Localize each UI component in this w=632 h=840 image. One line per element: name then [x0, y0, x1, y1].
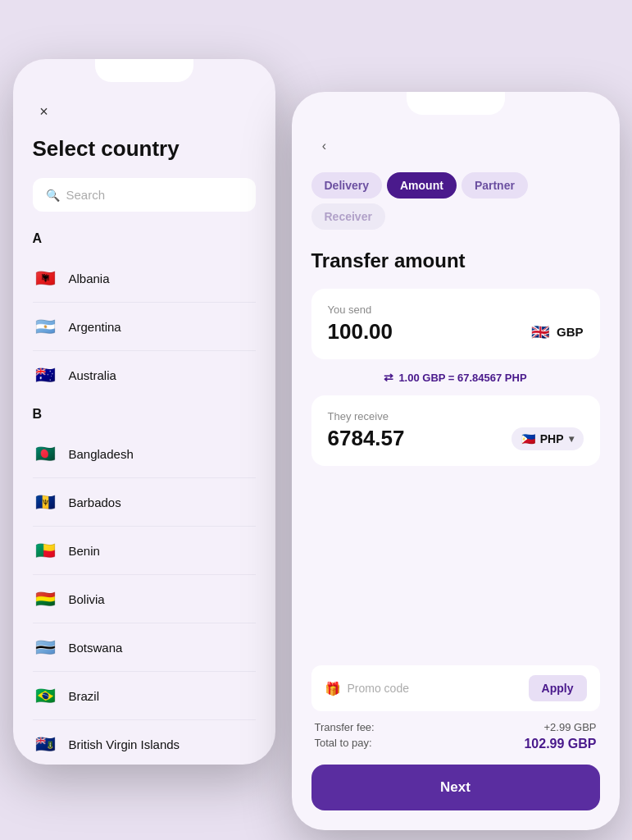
tab-bar: Delivery Amount Partner Receiver — [311, 172, 600, 230]
promo-input[interactable]: Promo code — [348, 682, 409, 695]
total-label: Total to pay: — [315, 737, 372, 751]
you-send-label: You send — [328, 304, 584, 316]
country-name: Brazil — [69, 689, 100, 703]
country-name: British Virgin Islands — [69, 737, 180, 751]
you-send-card: You send 100.00 🇬🇧 GBP — [311, 289, 600, 359]
apply-button[interactable]: Apply — [529, 675, 587, 701]
back-button[interactable]: ‹ — [311, 133, 338, 159]
phone-select-country: × Select country 🔍 Search A 🇦🇱 Albania 🇦… — [13, 59, 275, 765]
flag-bangladesh: 🇧🇩 — [33, 441, 59, 467]
flag-bolivia: 🇧🇴 — [33, 586, 59, 612]
list-item[interactable]: 🇧🇩 Bangladesh — [33, 430, 256, 478]
section-letter-b: B — [33, 407, 256, 422]
receive-currency-selector[interactable]: 🇵🇭 PHP ▾ — [512, 427, 584, 450]
flag-argentina: 🇦🇷 — [33, 313, 59, 340]
search-input[interactable]: Search — [66, 188, 106, 202]
spacer — [311, 479, 600, 665]
send-currency: 🇬🇧 GBP — [529, 321, 584, 344]
flag-australia: 🇦🇺 — [33, 362, 59, 388]
tab-amount[interactable]: Amount — [387, 172, 457, 199]
country-name: Australia — [69, 368, 116, 382]
flag-brazil: 🇧🇷 — [33, 682, 59, 709]
chevron-down-icon: ▾ — [569, 433, 574, 445]
exchange-icon: ⇄ — [384, 371, 393, 384]
country-name: Barbados — [69, 495, 121, 509]
list-item[interactable]: 🇧🇧 Barbados — [33, 478, 256, 527]
tab-partner[interactable]: Partner — [461, 172, 528, 199]
list-item[interactable]: 🇧🇯 Benin — [33, 527, 256, 575]
fee-row: Transfer fee: +2.99 GBP — [311, 721, 600, 733]
gift-icon: 🎁 — [325, 681, 341, 696]
country-name: Bolivia — [69, 592, 105, 606]
php-flag-icon: 🇵🇭 — [521, 432, 535, 445]
country-name: Albania — [69, 272, 110, 285]
gbp-flag-icon: 🇬🇧 — [529, 321, 552, 344]
search-icon: 🔍 — [46, 189, 60, 202]
section-letter-a: A — [33, 231, 256, 246]
exchange-rate-text: 1.00 GBP = 67.84567 PHP — [398, 372, 526, 384]
fee-label: Transfer fee: — [315, 721, 375, 733]
promo-section: 🎁 Promo code Apply — [311, 665, 600, 711]
select-country-title: Select country — [33, 136, 256, 162]
flag-barbados: 🇧🇧 — [33, 489, 59, 515]
country-list-a: 🇦🇱 Albania 🇦🇷 Argentina 🇦🇺 Australia — [33, 254, 256, 399]
country-name: Bangladesh — [69, 447, 134, 461]
close-button[interactable]: × — [33, 100, 56, 123]
list-item[interactable]: 🇦🇺 Australia — [33, 351, 256, 399]
total-value: 102.99 GBP — [524, 737, 596, 751]
country-name: Argentina — [69, 320, 121, 334]
list-item[interactable]: 🇦🇱 Albania — [33, 254, 256, 303]
flag-albania: 🇦🇱 — [33, 265, 59, 291]
scene: × Select country 🔍 Search A 🇦🇱 Albania 🇦… — [13, 26, 620, 814]
list-item[interactable]: 🇦🇷 Argentina — [33, 303, 256, 351]
exchange-rate-row: ⇄ 1.00 GBP = 67.84567 PHP — [311, 363, 600, 392]
total-row: Total to pay: 102.99 GBP — [311, 737, 600, 751]
list-item[interactable]: 🇧🇷 Brazil — [33, 672, 256, 720]
flag-benin: 🇧🇯 — [33, 537, 59, 564]
flag-bvi: 🇻🇬 — [33, 731, 59, 757]
country-name: Botswana — [69, 641, 123, 655]
fee-value: +2.99 GBP — [544, 721, 597, 733]
next-button[interactable]: Next — [311, 765, 600, 810]
flag-botswana: 🇧🇼 — [33, 634, 59, 660]
search-bar[interactable]: 🔍 Search — [33, 178, 256, 212]
they-receive-card: They receive 6784.57 🇵🇭 PHP ▾ — [311, 395, 600, 466]
transfer-amount-title: Transfer amount — [311, 249, 600, 272]
country-name: Benin — [69, 544, 100, 558]
country-list-b: 🇧🇩 Bangladesh 🇧🇧 Barbados 🇧🇯 Benin 🇧🇴 Bo… — [33, 430, 256, 765]
list-item[interactable]: 🇧🇼 Botswana — [33, 623, 256, 672]
they-receive-amount: 6784.57 — [328, 426, 405, 451]
tab-receiver: Receiver — [311, 203, 385, 230]
they-receive-label: They receive — [328, 410, 584, 422]
list-item[interactable]: 🇻🇬 British Virgin Islands — [33, 720, 256, 765]
list-item[interactable]: 🇧🇴 Bolivia — [33, 575, 256, 623]
tab-delivery[interactable]: Delivery — [311, 172, 382, 199]
you-send-amount: 100.00 — [328, 319, 393, 345]
phone-transfer-amount: ‹ Delivery Amount Partner Receiver Trans… — [292, 92, 620, 830]
